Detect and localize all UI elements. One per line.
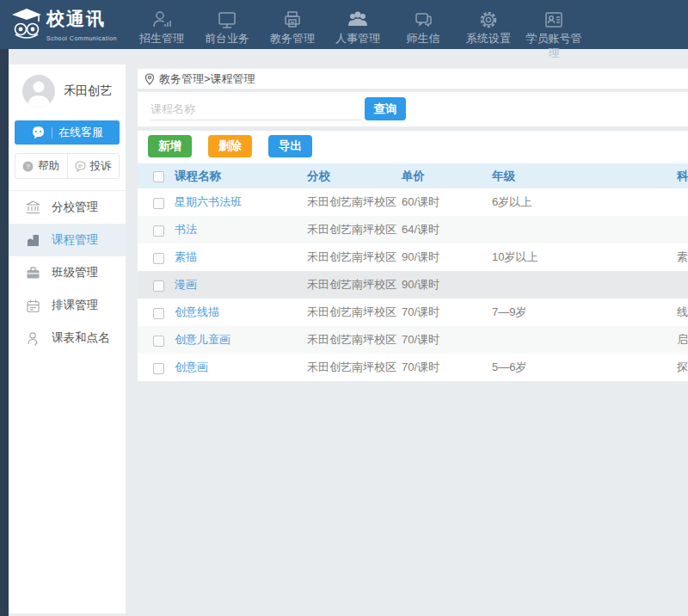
row-checkbox[interactable]	[153, 253, 164, 264]
nav-item-hr[interactable]: 人事管理	[329, 0, 386, 60]
sidebar-item-class-management[interactable]: 班级管理	[9, 256, 126, 289]
cell-branch: 禾田创艺南坪校区	[307, 360, 402, 375]
nav-item-enrollment[interactable]: 招生管理	[133, 0, 190, 60]
online-service-button[interactable]: 在线客服	[15, 120, 120, 145]
column-grade: 年级	[492, 169, 677, 184]
row-checkbox[interactable]	[153, 363, 164, 374]
course-list-panel: 新增 删除 导出 课程名称 分校 单价 年级 科 星期六书法班 禾田创艺南坪校区…	[138, 131, 688, 381]
people-group-icon	[329, 6, 386, 30]
book-icon	[26, 233, 40, 248]
table-row: 创意画 禾田创艺南坪校区 70/课时 5—6岁 探	[138, 354, 688, 381]
cell-branch: 禾田创艺南坪校区	[307, 222, 402, 237]
cell-price: 70/课时	[402, 360, 492, 375]
course-name-link[interactable]: 创意画	[175, 360, 307, 375]
table-row: 创意儿童画 禾田创艺南坪校区 70/课时 启	[138, 326, 688, 354]
table-body: 星期六书法班 禾田创艺南坪校区 60/课时 6岁以上 书法 禾田创艺南坪校区 6…	[138, 188, 688, 381]
help-button[interactable]: ? 帮助	[15, 154, 68, 178]
cell-price: 90/课时	[402, 249, 492, 265]
export-button[interactable]: 导出	[268, 135, 312, 157]
delete-button[interactable]: 删除	[208, 135, 252, 157]
select-all-checkbox[interactable]	[153, 171, 164, 182]
nav-item-academic[interactable]: 教务管理	[264, 0, 321, 60]
cell-price: 70/课时	[402, 332, 492, 348]
location-pin-icon	[144, 73, 155, 85]
avatar[interactable]	[22, 75, 55, 108]
table-row: 创意线描 禾田创艺南坪校区 70/课时 7—9岁 线	[138, 299, 688, 326]
cell-branch: 禾田创艺南坪校区	[307, 305, 402, 320]
nav-item-messages[interactable]: 师生信	[395, 0, 452, 60]
nav-item-student-accounts[interactable]: 学员账号管理	[525, 0, 582, 60]
row-checkbox[interactable]	[153, 308, 164, 319]
column-course-name: 课程名称	[175, 169, 307, 184]
course-name-link[interactable]: 星期六书法班	[175, 194, 307, 210]
course-name-link[interactable]: 创意线描	[175, 305, 307, 320]
sidebar-menu: 分校管理 课程管理 班级管理	[9, 190, 126, 354]
sidebar-item-timetable-rollcall[interactable]: 课表和点名	[9, 322, 126, 354]
user-block: 禾田创艺	[9, 65, 126, 108]
gear-icon	[460, 6, 517, 30]
briefcase-icon	[26, 266, 40, 280]
cell-subject: 线	[677, 305, 688, 320]
cell-branch: 禾田创艺南坪校区	[307, 194, 402, 210]
cell-price: 60/课时	[402, 194, 492, 210]
chat-bubbles-icon	[395, 6, 452, 30]
question-circle-icon: ?	[22, 161, 34, 172]
cell-grade: 7—9岁	[492, 305, 677, 320]
person-stats-icon	[133, 6, 190, 30]
breadcrumb-text: 教务管理>课程管理	[159, 71, 255, 87]
cell-grade: 5—6岁	[492, 360, 677, 375]
cell-grade: 6岁以上	[492, 194, 677, 210]
app-title: 校通讯	[46, 9, 106, 28]
add-button[interactable]: 新增	[148, 135, 192, 157]
column-branch: 分校	[307, 169, 402, 184]
monitor-icon	[199, 6, 255, 30]
cell-price: 90/课时	[402, 277, 492, 293]
row-checkbox[interactable]	[153, 280, 164, 292]
sidebar: 禾田创艺 在线客服 ? 帮助	[9, 65, 126, 613]
cell-subject: 启	[677, 332, 688, 348]
cell-price: 64/课时	[402, 222, 492, 237]
calendar-icon	[26, 299, 40, 313]
sidebar-item-branch-management[interactable]: 分校管理	[9, 191, 126, 224]
column-price: 单价	[402, 169, 492, 184]
printer-icon	[264, 6, 321, 30]
toolbar: 新增 删除 导出	[138, 131, 688, 157]
table-row: 素描 禾田创艺南坪校区 90/课时 10岁以上 素	[138, 243, 688, 271]
app-subtitle: School Communication	[46, 35, 117, 41]
owl-graduation-logo-icon	[10, 7, 43, 45]
cell-subject: 探	[677, 360, 688, 375]
course-name-link[interactable]: 素描	[175, 249, 307, 265]
person-icon	[26, 331, 40, 346]
table-row: 书法 禾田创艺南坪校区 64/课时	[138, 216, 688, 243]
course-table: 课程名称 分校 单价 年级 科 星期六书法班 禾田创艺南坪校区 60/课时 6岁…	[138, 163, 688, 381]
course-name-search-input[interactable]	[150, 98, 361, 120]
table-row: 星期六书法班 禾田创艺南坪校区 60/课时 6岁以上	[138, 188, 688, 216]
row-checkbox[interactable]	[153, 198, 164, 209]
cell-subject: 素	[677, 249, 688, 265]
complaint-button[interactable]: 投诉	[68, 154, 120, 178]
username: 禾田创艺	[64, 83, 112, 99]
app-logo[interactable]: 校通讯 School Communication	[10, 7, 124, 45]
course-name-link[interactable]: 漫画	[175, 277, 307, 293]
help-complaint-box: ? 帮助 投诉	[15, 153, 120, 179]
course-name-link[interactable]: 创意儿童画	[175, 332, 307, 348]
cell-grade: 10岁以上	[492, 249, 677, 265]
main-nav: 招生管理 前台业务 教务管理	[129, 0, 587, 60]
divider	[52, 127, 52, 139]
cell-branch: 禾田创艺南坪校区	[307, 277, 402, 293]
chat-bubble-icon	[75, 161, 86, 172]
row-checkbox[interactable]	[153, 336, 164, 347]
cell-branch: 禾田创艺南坪校区	[307, 249, 402, 265]
column-subject: 科	[677, 169, 688, 184]
bank-icon	[26, 200, 40, 215]
sidebar-item-schedule-management[interactable]: 排课管理	[9, 289, 126, 322]
course-name-link[interactable]: 书法	[175, 222, 307, 237]
svg-text:?: ?	[27, 163, 31, 170]
nav-item-front-desk[interactable]: 前台业务	[199, 0, 255, 60]
table-row: 漫画 禾田创艺南坪校区 90/课时	[138, 271, 688, 299]
row-checkbox[interactable]	[153, 225, 164, 237]
search-panel: 查询	[138, 92, 688, 126]
query-button[interactable]: 查询	[365, 97, 406, 120]
sidebar-item-course-management[interactable]: 课程管理	[9, 224, 126, 256]
nav-item-settings[interactable]: 系统设置	[460, 0, 517, 60]
